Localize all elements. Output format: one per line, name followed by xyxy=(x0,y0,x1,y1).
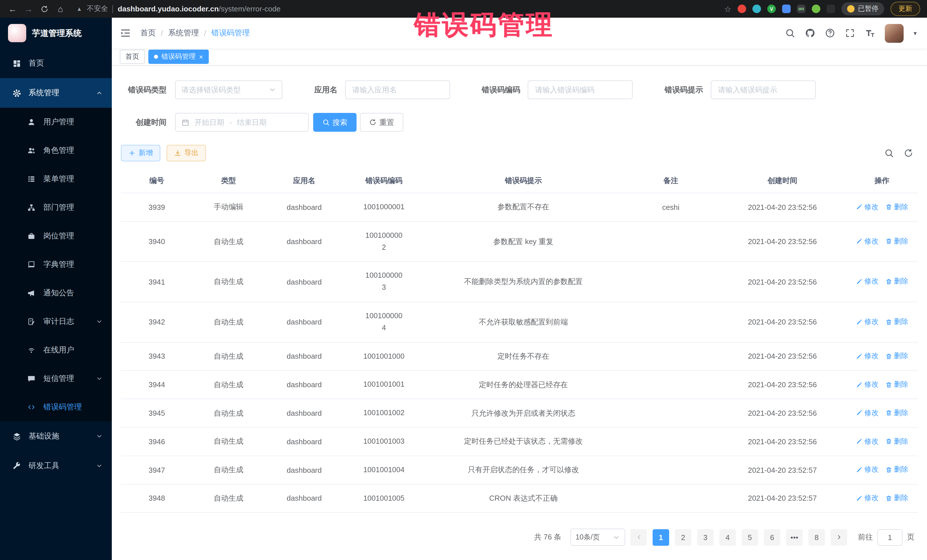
cell-code: 1001001002 xyxy=(344,399,424,427)
sidebar-item-roles[interactable]: 角色管理 xyxy=(0,136,112,165)
page-button-4[interactable]: 4 xyxy=(719,529,736,546)
tab-home[interactable]: 首页 xyxy=(120,50,145,64)
app-name-input[interactable] xyxy=(351,85,444,95)
delete-link[interactable]: 删除 xyxy=(885,351,908,361)
sidebar-item-positions[interactable]: 岗位管理 xyxy=(0,222,112,250)
edit-link[interactable]: 修改 xyxy=(856,408,878,418)
app-logo[interactable]: 芋道管理系统 xyxy=(0,18,112,49)
delete-link[interactable]: 删除 xyxy=(885,408,908,418)
prev-page-button[interactable] xyxy=(631,529,647,546)
delete-link[interactable]: 删除 xyxy=(885,237,908,246)
cell-memo xyxy=(623,222,719,262)
sidebar-item-users[interactable]: 用户管理 xyxy=(0,108,112,136)
fullscreen-icon[interactable] xyxy=(845,28,856,38)
extension-icon-teal[interactable] xyxy=(752,5,761,13)
next-page-button[interactable] xyxy=(831,529,847,546)
pin-extension-icon[interactable] xyxy=(827,5,835,13)
sidebar-item-dictionary[interactable]: 字典管理 xyxy=(0,250,112,279)
back-icon[interactable]: ← xyxy=(6,2,20,16)
edit-link[interactable]: 修改 xyxy=(856,437,878,446)
delete-link[interactable]: 删除 xyxy=(885,465,908,475)
address-bar[interactable]: ▲ 不安全 dashboard.yudao.iocoder.cn/system/… xyxy=(76,4,281,14)
sidebar-item-sms[interactable]: 短信管理 xyxy=(0,364,112,393)
reload-icon[interactable] xyxy=(38,2,51,16)
page-button-6[interactable]: 6 xyxy=(764,529,780,546)
search-button[interactable]: 搜索 xyxy=(313,113,357,132)
sidebar-item-announcements[interactable]: 通知公告 xyxy=(0,279,112,307)
extension-icon-red[interactable] xyxy=(738,5,746,13)
chevron-down-icon xyxy=(96,375,103,382)
delete-link[interactable]: 删除 xyxy=(885,493,908,503)
edit-link[interactable]: 修改 xyxy=(856,317,878,327)
sidebar-item-error-code[interactable]: 错误码管理 xyxy=(0,393,112,422)
github-icon[interactable] xyxy=(805,28,816,38)
paused-badge[interactable]: 已暂停 xyxy=(842,2,884,15)
field-label: 应用名 xyxy=(314,85,337,95)
error-message-input[interactable] xyxy=(717,85,809,95)
sidebar-item-online-users[interactable]: 在线用户 xyxy=(0,336,112,364)
refresh-table-icon[interactable] xyxy=(904,148,913,158)
page-button-2[interactable]: 2 xyxy=(675,529,691,546)
collapse-sidebar-icon[interactable] xyxy=(120,27,131,39)
tab-error-code[interactable]: 错误码管理 × xyxy=(148,50,209,64)
edit-link[interactable]: 修改 xyxy=(856,202,878,212)
sidebar-item-infrastructure[interactable]: 基础设施 xyxy=(0,422,112,451)
update-button[interactable]: 更新 xyxy=(891,2,920,16)
export-button[interactable]: 导出 xyxy=(167,145,206,161)
close-tab-icon[interactable]: × xyxy=(199,53,203,60)
font-size-icon[interactable] xyxy=(865,28,875,38)
extension-icon-on-badge[interactable]: on xyxy=(797,5,805,13)
extension-icon-blue-grid[interactable] xyxy=(782,5,791,13)
cell-code: 1001001003 xyxy=(344,427,424,456)
page-button-1[interactable]: 1 xyxy=(653,529,669,546)
edit-link[interactable]: 修改 xyxy=(856,493,878,503)
more-pages-button[interactable]: ••• xyxy=(786,529,802,546)
error-type-select[interactable]: 请选择错误码类型 xyxy=(175,80,283,99)
delete-link[interactable]: 删除 xyxy=(885,202,908,212)
sidebar-item-dev-tools[interactable]: 研发工具 xyxy=(0,451,112,481)
toggle-search-icon[interactable] xyxy=(884,148,894,158)
forward-icon[interactable]: → xyxy=(22,2,35,16)
page-button-5[interactable]: 5 xyxy=(742,529,758,546)
date-range-picker[interactable]: 开始日期 - 结束日期 xyxy=(175,113,308,132)
edit-link[interactable]: 修改 xyxy=(856,465,878,475)
cell-app: dashboard xyxy=(264,484,344,513)
sidebar-item-audit-log[interactable]: 审计日志 xyxy=(0,307,112,336)
caret-down-icon[interactable]: ▾ xyxy=(913,29,917,37)
sidebar-item-departments[interactable]: 部门管理 xyxy=(0,193,112,222)
sidebar-item-system[interactable]: 系统管理 xyxy=(0,78,112,108)
error-code-input[interactable] xyxy=(534,85,626,95)
breadcrumb-system[interactable]: 系统管理 xyxy=(168,28,199,38)
edit-link[interactable]: 修改 xyxy=(856,380,878,390)
add-button[interactable]: 新增 xyxy=(121,145,160,161)
page-button-8[interactable]: 8 xyxy=(808,529,825,546)
bookmark-star-icon[interactable]: ☆ xyxy=(724,4,731,14)
sidebar-item-menus[interactable]: 菜单管理 xyxy=(0,165,112,193)
extension-icon-green-v[interactable]: V xyxy=(767,5,776,13)
delete-link[interactable]: 删除 xyxy=(885,317,908,327)
goto-page-input[interactable] xyxy=(877,529,903,546)
cell-actions: 修改删除 xyxy=(846,193,918,222)
dashboard-icon xyxy=(12,58,22,68)
delete-link[interactable]: 删除 xyxy=(885,277,908,287)
home-icon[interactable]: ⌂ xyxy=(54,2,67,16)
help-icon[interactable] xyxy=(825,28,836,38)
extension-icon-leaf[interactable] xyxy=(812,5,820,13)
edit-link[interactable]: 修改 xyxy=(856,351,878,361)
sidebar-item-home[interactable]: 首页 xyxy=(0,49,112,78)
col-memo: 备注 xyxy=(623,169,719,193)
search-icon[interactable] xyxy=(785,28,795,38)
edit-link[interactable]: 修改 xyxy=(856,237,878,246)
security-warning-icon: ▲ xyxy=(76,6,82,12)
reset-button[interactable]: 重置 xyxy=(360,113,403,132)
cell-app: dashboard xyxy=(264,193,344,222)
delete-link[interactable]: 删除 xyxy=(885,437,908,446)
page-size-select[interactable]: 10条/页 xyxy=(570,529,625,546)
delete-link[interactable]: 删除 xyxy=(885,380,908,390)
trash-icon xyxy=(885,466,892,473)
edit-link[interactable]: 修改 xyxy=(856,277,878,287)
breadcrumb-home[interactable]: 首页 xyxy=(140,28,156,38)
cell-memo xyxy=(623,399,719,427)
user-avatar[interactable] xyxy=(885,24,904,42)
page-button-3[interactable]: 3 xyxy=(697,529,714,546)
